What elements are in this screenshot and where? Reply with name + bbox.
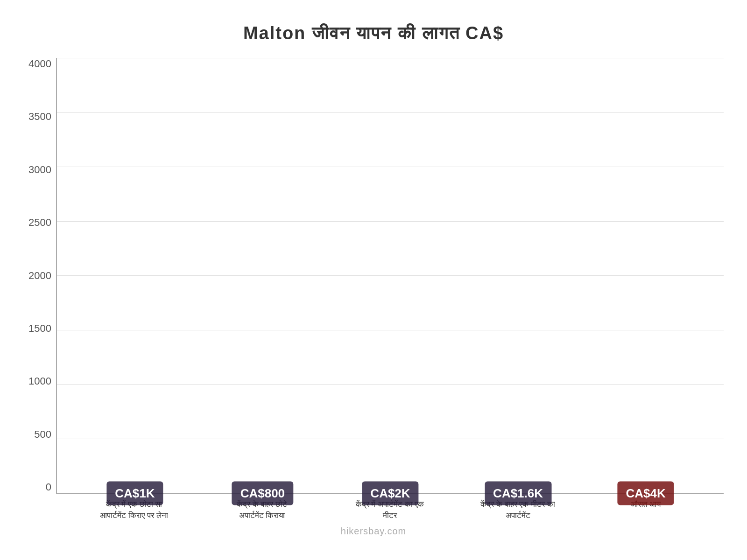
bars-section: CA$1KCA$800CA$2KCA$1.6KCA$4K केंद्र में …	[56, 58, 724, 521]
y-axis: 05001000150020002500300035004000	[23, 58, 56, 521]
y-axis-label: 4000	[28, 58, 51, 70]
bar-value-badge: CA$800	[232, 482, 293, 505]
y-axis-label: 2000	[28, 270, 51, 282]
y-axis-label: 3500	[28, 111, 51, 123]
y-axis-label: 2500	[28, 217, 51, 229]
y-axis-label: 500	[34, 428, 51, 441]
chart-area: 05001000150020002500300035004000 CA$1KCA…	[23, 58, 724, 521]
bar-value-badge: CA$4K	[618, 482, 674, 505]
y-axis-label: 3000	[28, 164, 51, 176]
site-credit: hikersbay.com	[341, 526, 406, 537]
chart-title: Malton जीवन यापन की लागत CA$	[243, 23, 504, 44]
bars-row: CA$1KCA$800CA$2KCA$1.6KCA$4K	[57, 58, 724, 493]
bar-value-badge: CA$1.6K	[485, 482, 551, 505]
y-axis-label: 1500	[28, 322, 51, 335]
chart-container: Malton जीवन यापन की लागत CA$ 05001000150…	[23, 23, 724, 537]
bar-value-badge: CA$2K	[362, 482, 418, 505]
bars-wrapper: CA$1KCA$800CA$2KCA$1.6KCA$4K	[56, 58, 724, 494]
bar-value-badge: CA$1K	[106, 482, 163, 505]
y-axis-label: 1000	[28, 375, 51, 387]
y-axis-label: 0	[46, 481, 51, 493]
chart-main: 05001000150020002500300035004000 CA$1KCA…	[23, 58, 724, 521]
